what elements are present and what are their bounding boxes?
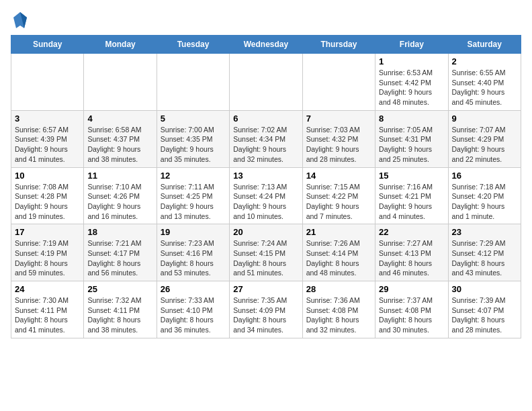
day-number: 16 xyxy=(452,171,517,181)
day-info: Sunrise: 7:39 AM Sunset: 4:07 PM Dayligh… xyxy=(452,295,517,335)
logo-icon xyxy=(12,11,28,30)
day-number: 15 xyxy=(379,171,444,181)
day-number: 17 xyxy=(15,227,80,237)
day-number: 30 xyxy=(452,284,517,294)
day-number: 28 xyxy=(306,284,371,294)
day-number: 8 xyxy=(379,113,444,124)
day-info: Sunrise: 7:08 AM Sunset: 4:28 PM Dayligh… xyxy=(15,182,80,222)
day-info: Sunrise: 7:32 AM Sunset: 4:11 PM Dayligh… xyxy=(87,295,152,335)
day-number: 1 xyxy=(379,56,444,66)
calendar-week-row: 17Sunrise: 7:19 AM Sunset: 4:19 PM Dayli… xyxy=(11,224,521,281)
calendar-cell: 22Sunrise: 7:27 AM Sunset: 4:13 PM Dayli… xyxy=(375,224,448,281)
calendar-cell: 19Sunrise: 7:23 AM Sunset: 4:16 PM Dayli… xyxy=(157,224,229,281)
day-number: 2 xyxy=(452,56,517,66)
calendar-cell: 26Sunrise: 7:33 AM Sunset: 4:10 PM Dayli… xyxy=(157,281,229,338)
day-info: Sunrise: 7:05 AM Sunset: 4:31 PM Dayligh… xyxy=(379,125,444,165)
calendar-cell: 23Sunrise: 7:29 AM Sunset: 4:12 PM Dayli… xyxy=(448,224,521,281)
calendar-cell: 29Sunrise: 7:37 AM Sunset: 4:08 PM Dayli… xyxy=(375,281,448,338)
weekday-header-row: SundayMondayTuesdayWednesdayThursdayFrid… xyxy=(11,36,521,54)
day-info: Sunrise: 7:19 AM Sunset: 4:19 PM Dayligh… xyxy=(15,238,80,278)
day-number: 24 xyxy=(15,284,80,294)
calendar-cell xyxy=(11,54,84,111)
calendar-cell: 8Sunrise: 7:05 AM Sunset: 4:31 PM Daylig… xyxy=(375,110,448,167)
calendar-week-row: 24Sunrise: 7:30 AM Sunset: 4:11 PM Dayli… xyxy=(11,281,521,338)
weekday-header: Saturday xyxy=(448,36,521,54)
day-number: 27 xyxy=(233,284,298,294)
day-number: 29 xyxy=(379,284,444,294)
calendar-week-row: 3Sunrise: 6:57 AM Sunset: 4:39 PM Daylig… xyxy=(11,110,521,167)
calendar-cell: 10Sunrise: 7:08 AM Sunset: 4:28 PM Dayli… xyxy=(11,167,84,224)
calendar-cell: 15Sunrise: 7:16 AM Sunset: 4:21 PM Dayli… xyxy=(375,167,448,224)
day-number: 9 xyxy=(452,113,517,124)
day-info: Sunrise: 7:10 AM Sunset: 4:26 PM Dayligh… xyxy=(87,182,152,222)
day-number: 11 xyxy=(87,171,152,181)
calendar-cell: 1Sunrise: 6:53 AM Sunset: 4:42 PM Daylig… xyxy=(375,54,448,111)
day-number: 7 xyxy=(306,113,371,124)
weekday-header: Monday xyxy=(84,36,157,54)
calendar-week-row: 1Sunrise: 6:53 AM Sunset: 4:42 PM Daylig… xyxy=(11,54,521,111)
day-number: 4 xyxy=(87,113,152,124)
calendar-cell: 11Sunrise: 7:10 AM Sunset: 4:26 PM Dayli… xyxy=(84,167,157,224)
day-info: Sunrise: 7:30 AM Sunset: 4:11 PM Dayligh… xyxy=(15,295,80,335)
day-number: 26 xyxy=(161,284,226,294)
calendar-cell: 7Sunrise: 7:03 AM Sunset: 4:32 PM Daylig… xyxy=(302,110,375,167)
day-info: Sunrise: 7:26 AM Sunset: 4:14 PM Dayligh… xyxy=(306,238,371,278)
calendar-cell: 3Sunrise: 6:57 AM Sunset: 4:39 PM Daylig… xyxy=(11,110,84,167)
day-info: Sunrise: 7:13 AM Sunset: 4:24 PM Dayligh… xyxy=(233,182,298,222)
calendar-cell xyxy=(84,54,157,111)
day-info: Sunrise: 6:58 AM Sunset: 4:37 PM Dayligh… xyxy=(87,125,152,165)
calendar-cell: 9Sunrise: 7:07 AM Sunset: 4:29 PM Daylig… xyxy=(448,110,521,167)
calendar-cell: 28Sunrise: 7:36 AM Sunset: 4:08 PM Dayli… xyxy=(302,281,375,338)
weekday-header: Sunday xyxy=(11,36,84,54)
day-number: 14 xyxy=(306,171,371,181)
day-number: 22 xyxy=(379,227,444,237)
calendar-cell: 6Sunrise: 7:02 AM Sunset: 4:34 PM Daylig… xyxy=(230,110,302,167)
calendar-cell: 5Sunrise: 7:00 AM Sunset: 4:35 PM Daylig… xyxy=(157,110,229,167)
page-header xyxy=(11,11,521,30)
calendar-cell: 17Sunrise: 7:19 AM Sunset: 4:19 PM Dayli… xyxy=(11,224,84,281)
calendar-cell: 2Sunrise: 6:55 AM Sunset: 4:40 PM Daylig… xyxy=(448,54,521,111)
weekday-header: Thursday xyxy=(302,36,375,54)
day-info: Sunrise: 6:55 AM Sunset: 4:40 PM Dayligh… xyxy=(452,68,517,107)
weekday-header: Friday xyxy=(375,36,448,54)
logo xyxy=(11,11,30,30)
day-number: 21 xyxy=(306,227,371,237)
weekday-header: Tuesday xyxy=(157,36,229,54)
day-number: 13 xyxy=(233,171,298,181)
day-number: 12 xyxy=(161,171,226,181)
day-info: Sunrise: 7:33 AM Sunset: 4:10 PM Dayligh… xyxy=(161,295,226,335)
day-info: Sunrise: 7:21 AM Sunset: 4:17 PM Dayligh… xyxy=(87,238,152,278)
day-info: Sunrise: 7:24 AM Sunset: 4:15 PM Dayligh… xyxy=(233,238,298,278)
day-info: Sunrise: 7:37 AM Sunset: 4:08 PM Dayligh… xyxy=(379,295,444,335)
day-number: 18 xyxy=(87,227,152,237)
day-number: 5 xyxy=(161,113,226,124)
calendar-cell: 21Sunrise: 7:26 AM Sunset: 4:14 PM Dayli… xyxy=(302,224,375,281)
calendar-cell: 24Sunrise: 7:30 AM Sunset: 4:11 PM Dayli… xyxy=(11,281,84,338)
day-info: Sunrise: 7:23 AM Sunset: 4:16 PM Dayligh… xyxy=(161,238,226,278)
day-info: Sunrise: 6:57 AM Sunset: 4:39 PM Dayligh… xyxy=(15,125,80,165)
day-info: Sunrise: 7:03 AM Sunset: 4:32 PM Dayligh… xyxy=(306,125,371,165)
calendar-cell: 27Sunrise: 7:35 AM Sunset: 4:09 PM Dayli… xyxy=(230,281,302,338)
day-info: Sunrise: 7:00 AM Sunset: 4:35 PM Dayligh… xyxy=(161,125,226,165)
weekday-header: Wednesday xyxy=(230,36,302,54)
day-info: Sunrise: 7:29 AM Sunset: 4:12 PM Dayligh… xyxy=(452,238,517,278)
day-info: Sunrise: 7:07 AM Sunset: 4:29 PM Dayligh… xyxy=(452,125,517,165)
calendar-table: SundayMondayTuesdayWednesdayThursdayFrid… xyxy=(11,35,521,338)
calendar-cell: 30Sunrise: 7:39 AM Sunset: 4:07 PM Dayli… xyxy=(448,281,521,338)
day-info: Sunrise: 7:18 AM Sunset: 4:20 PM Dayligh… xyxy=(452,182,517,222)
calendar-week-row: 10Sunrise: 7:08 AM Sunset: 4:28 PM Dayli… xyxy=(11,167,521,224)
day-info: Sunrise: 7:35 AM Sunset: 4:09 PM Dayligh… xyxy=(233,295,298,335)
calendar-cell xyxy=(302,54,375,111)
day-info: Sunrise: 7:16 AM Sunset: 4:21 PM Dayligh… xyxy=(379,182,444,222)
calendar-cell: 25Sunrise: 7:32 AM Sunset: 4:11 PM Dayli… xyxy=(84,281,157,338)
day-number: 6 xyxy=(233,113,298,124)
day-info: Sunrise: 7:15 AM Sunset: 4:22 PM Dayligh… xyxy=(306,182,371,222)
calendar-cell: 16Sunrise: 7:18 AM Sunset: 4:20 PM Dayli… xyxy=(448,167,521,224)
calendar-cell: 12Sunrise: 7:11 AM Sunset: 4:25 PM Dayli… xyxy=(157,167,229,224)
day-info: Sunrise: 7:27 AM Sunset: 4:13 PM Dayligh… xyxy=(379,238,444,278)
calendar-cell: 20Sunrise: 7:24 AM Sunset: 4:15 PM Dayli… xyxy=(230,224,302,281)
calendar-cell xyxy=(157,54,229,111)
day-number: 20 xyxy=(233,227,298,237)
calendar-cell: 13Sunrise: 7:13 AM Sunset: 4:24 PM Dayli… xyxy=(230,167,302,224)
day-info: Sunrise: 7:11 AM Sunset: 4:25 PM Dayligh… xyxy=(161,182,226,222)
